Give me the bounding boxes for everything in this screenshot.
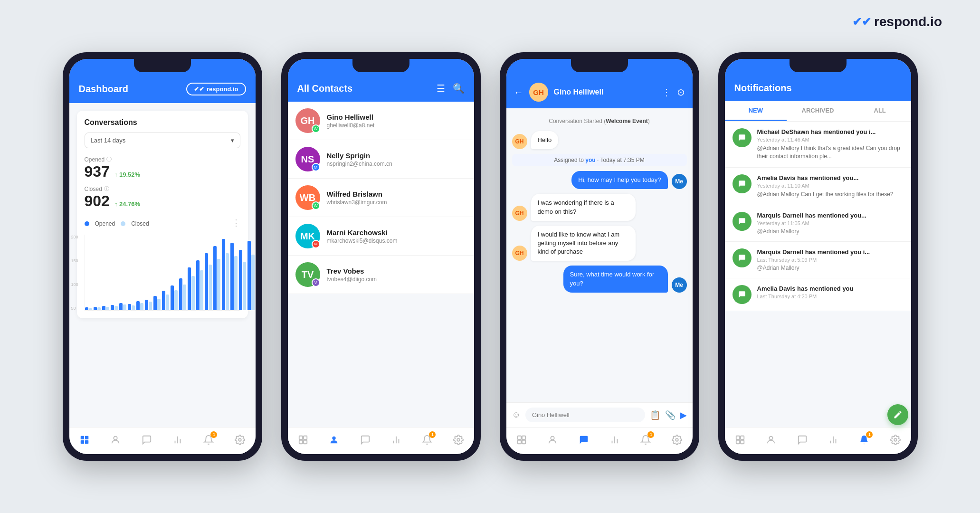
nav-ch-dashboard[interactable] — [515, 433, 528, 446]
attach-icon[interactable]: 📎 — [665, 410, 676, 420]
nav-n-dashboard[interactable] — [733, 433, 747, 446]
avatar-wrap: WB W — [295, 185, 320, 210]
notification-item[interactable]: Marquis Darnell has mentioned you... Yes… — [725, 205, 911, 242]
contact-email: ghelliwell0@a8.net — [327, 122, 466, 129]
svg-point-8 — [238, 438, 241, 441]
avatar-wrap: TV V — [295, 262, 320, 287]
nav-c-settings[interactable] — [452, 433, 465, 446]
notif-icon — [733, 248, 752, 267]
nav-n-messages[interactable] — [796, 433, 809, 446]
opened-change: ↑ 19.52% — [114, 171, 140, 178]
bar-opened — [128, 304, 131, 311]
file-icon[interactable]: 📋 — [650, 410, 660, 420]
nav-contacts[interactable] — [109, 433, 122, 446]
tab-archived[interactable]: ARCHIVED — [787, 101, 849, 121]
chart-bar-group — [162, 291, 169, 310]
tab-all[interactable]: ALL — [849, 101, 911, 121]
chart-area — [85, 235, 240, 311]
send-icon[interactable]: ▶ — [680, 410, 687, 420]
notification-item[interactable]: Marquis Darnell has mentioned you i... L… — [725, 242, 911, 278]
contact-name: Trev Vobes — [327, 267, 466, 275]
chart-bar-group — [85, 307, 92, 310]
nav-c-contacts[interactable] — [327, 433, 341, 446]
svg-rect-9 — [299, 436, 303, 439]
contact-item[interactable]: MK ✉ Marni Karchowski mkarchowski5@disqu… — [288, 217, 474, 256]
chart-bar-group — [153, 296, 161, 310]
svg-point-35 — [894, 438, 897, 441]
channel-badge: W — [312, 124, 320, 133]
contact-item[interactable]: TV V Trev Vobes tvobes4@diigo.com — [288, 256, 474, 294]
nav-ch-analytics[interactable] — [608, 433, 621, 446]
logo-checkmark: ✔✔ — [852, 15, 871, 28]
system-message: Conversation Started (Welcome Event) — [512, 118, 687, 124]
contact-email: nspringin2@china.com.cn — [327, 161, 466, 167]
nav-analytics[interactable] — [171, 433, 184, 446]
nav-c-notifications[interactable]: 1 — [420, 433, 434, 446]
nav-n-contacts[interactable] — [764, 433, 778, 446]
legend-opened-label: Opened — [95, 220, 115, 227]
nav-ch-notifications[interactable]: 1 — [639, 433, 652, 446]
bar-opened — [222, 239, 225, 310]
filter-icon[interactable]: ☰ — [437, 83, 445, 94]
nav-messages[interactable] — [140, 433, 153, 446]
phone-notch-4 — [790, 59, 847, 72]
dashboard-title: Dashboard — [79, 84, 128, 95]
notification-item[interactable]: Michael DeShawn has mentioned you i... Y… — [725, 122, 911, 168]
contact-item[interactable]: GH W Gino Helliwell ghelliwell0@a8.net — [288, 102, 474, 140]
notif-text: @Adrian Mallory Can I get the working fi… — [757, 190, 904, 199]
bar-closed — [140, 303, 143, 310]
contact-info: Trev Vobes tvobes4@diigo.com — [327, 267, 466, 283]
assign-bar: Assigned to you · Today at 7:35 PM — [512, 154, 687, 166]
nav-n-notifications[interactable]: 1 — [857, 433, 871, 446]
search-icon[interactable]: 🔍 — [453, 83, 465, 94]
notification-item[interactable]: Amelia Davis has mentioned you Last Thur… — [725, 278, 911, 311]
chart-bar-group — [230, 243, 238, 311]
bar-closed — [149, 302, 152, 310]
nav-dashboard[interactable] — [78, 433, 91, 446]
back-button[interactable]: ← — [514, 87, 523, 98]
tab-new[interactable]: NEW — [725, 101, 787, 121]
chart-bar-group — [111, 305, 118, 310]
avatar-wrap: MK ✉ — [295, 224, 320, 248]
contact-item[interactable]: WB W Wilfred Brislawn wbrislawn3@imgur.c… — [288, 179, 474, 217]
notifications-tabs: NEW ARCHIVED ALL — [725, 101, 911, 122]
chart-bar-group — [188, 267, 195, 310]
chart-bar-group — [222, 239, 229, 310]
date-range-select[interactable]: Last 14 days ▾ — [85, 133, 240, 148]
notif-icon — [733, 128, 752, 147]
conversations-box: Conversations Last 14 days ▾ Opened ⓘ 93… — [77, 111, 248, 318]
chart-bar-group — [247, 241, 255, 310]
contact-item[interactable]: NS M Nelly Sprigin nspringin2@china.com.… — [288, 140, 474, 179]
emoji-icon[interactable]: ☺ — [512, 410, 521, 420]
nav-c-messages[interactable] — [359, 433, 372, 446]
chat-help-icon[interactable]: ⊙ — [677, 86, 685, 98]
contacts-nav: 1 — [288, 427, 474, 454]
nav-ch-messages[interactable] — [577, 433, 590, 446]
avatar-wrap: GH W — [295, 108, 320, 133]
info-icon: ⓘ — [106, 156, 112, 163]
phone-notch — [134, 59, 191, 72]
nav-n-analytics[interactable] — [827, 433, 840, 446]
chart-options-icon[interactable]: ⋮ — [232, 218, 240, 228]
nav-n-settings[interactable] — [889, 433, 902, 446]
chart-bar-group — [171, 285, 178, 311]
bar-closed — [123, 304, 126, 310]
nav-ch-settings[interactable] — [670, 433, 684, 446]
bar-closed — [132, 305, 135, 311]
nav-c-dashboard[interactable] — [296, 433, 310, 446]
dashboard-content: Conversations Last 14 days ▾ Opened ⓘ 93… — [69, 103, 256, 427]
bar-opened — [213, 246, 217, 310]
chat-options-icon[interactable]: ⋮ — [662, 86, 671, 98]
info-icon-2: ⓘ — [104, 185, 109, 192]
nav-settings[interactable] — [233, 433, 247, 446]
notification-item[interactable]: Amelia Davis has mentioned you... Yester… — [725, 168, 911, 206]
dashboard-nav: 1 — [69, 427, 256, 454]
message-input[interactable] — [525, 408, 645, 422]
notif-time: Yesterday at 11:46 AM — [757, 137, 904, 142]
nav-notifications[interactable]: 1 — [202, 433, 215, 446]
compose-fab[interactable] — [887, 404, 908, 425]
nav-c-analytics[interactable] — [390, 433, 403, 446]
nav-ch-contacts[interactable] — [546, 433, 559, 446]
opened-value: 937 — [85, 163, 110, 180]
chat-messages: Conversation Started (Welcome Event) GH … — [506, 108, 693, 402]
